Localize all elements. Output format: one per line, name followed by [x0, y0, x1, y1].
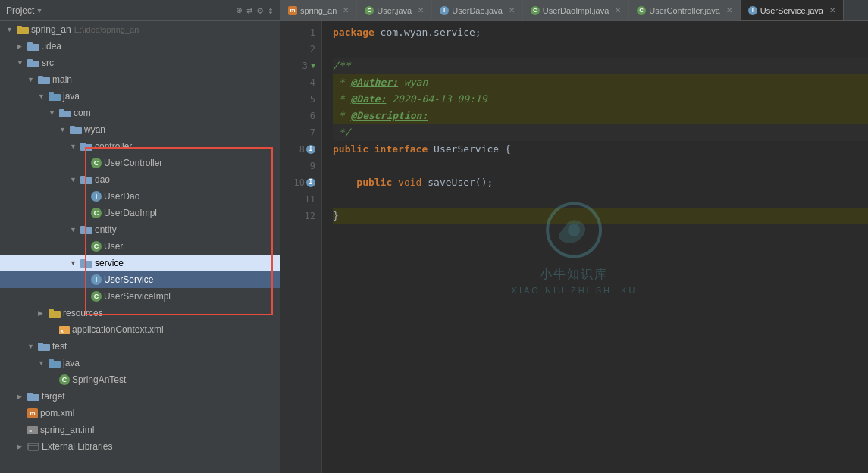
tree-item-entity[interactable]: ▼ entity — [0, 221, 280, 238]
project-dropdown-icon[interactable]: ▼ — [37, 7, 41, 14]
code-line-1: package com.wyan.service; — [333, 24, 868, 41]
tree-item-usercontroller[interactable]: C UserController — [0, 155, 280, 171]
tree-item-controller[interactable]: ▼ controller — [0, 138, 280, 155]
tree-item-target[interactable]: ▶ target — [0, 388, 280, 405]
tree-item-test[interactable]: ▼ test — [0, 338, 280, 355]
pom-icon: m — [27, 408, 38, 418]
code-editor-panel: 小牛知识库 XIAO NIU ZHI SHI KU 1 2 — [280, 21, 868, 473]
tree-item-extlibs[interactable]: ▶ External Libraries — [0, 438, 280, 455]
tree-item-main[interactable]: ▼ main — [0, 71, 280, 88]
tree-item-idea[interactable]: ▶ .idea — [0, 38, 280, 55]
class-icon-c2: C — [91, 208, 102, 218]
expand-icon[interactable]: ↕ — [268, 5, 274, 16]
tree-item-src[interactable]: ▼ src — [0, 55, 280, 71]
tree-label-main: main — [52, 74, 72, 85]
tree-item-springaniml[interactable]: ≡ spring_an.iml — [0, 421, 280, 438]
svg-rect-31 — [27, 393, 33, 396]
tree-item-pomxml[interactable]: m pom.xml — [0, 405, 280, 421]
folder-icon — [80, 142, 92, 151]
tree-label-java-test: java — [63, 358, 80, 368]
class-icon-c3: C — [91, 241, 102, 252]
line-num-9: 9 — [310, 158, 315, 174]
tab-bar: m spring_an ✕ C User.java ✕ I UserDao.ja… — [280, 0, 868, 20]
svg-rect-7 — [38, 76, 43, 79]
tree-label-test: test — [52, 341, 67, 352]
code-line-3: /** — [333, 58, 868, 74]
tree-item-user[interactable]: C User — [0, 238, 280, 255]
folder-java-icon — [49, 359, 61, 368]
arrow-down: ▼ — [70, 259, 80, 267]
tab-close[interactable]: ✕ — [615, 6, 621, 14]
header-actions: ⊕ ⇄ ⚙ ↕ — [237, 5, 274, 16]
code-line-6: * @Description: — [333, 108, 868, 124]
tree-item-dao[interactable]: ▼ dao — [0, 171, 280, 188]
tab-icon-m: m — [288, 6, 297, 15]
sync-icon[interactable]: ⇄ — [247, 5, 253, 16]
tree-item-service[interactable]: ▼ service — [0, 255, 280, 271]
line-num-7: 7 — [310, 124, 315, 141]
tree-label-resources: resources — [63, 308, 103, 318]
tree-item-userdaoimpl[interactable]: C UserDaoImpl — [0, 205, 280, 221]
tab-spring-an[interactable]: m spring_an ✕ — [280, 0, 357, 20]
line-num-10: 10 — [294, 174, 305, 191]
line-num-8: 8 — [299, 141, 305, 158]
tree-label-extlibs: External Libraries — [42, 441, 112, 452]
tree-label-wyan: wyan — [84, 124, 105, 135]
folder-icon — [27, 392, 39, 401]
tree-item-appcontext[interactable]: x applicationContext.xml — [0, 321, 280, 338]
tab-label: spring_an — [300, 6, 337, 15]
code-line-5: * @Date: 2020-04-13 09:19 — [333, 91, 868, 108]
line-num-11: 11 — [305, 191, 315, 208]
tree-item-userserviceimpl[interactable]: C UserServiceImpl — [0, 288, 280, 305]
tree-item-resources[interactable]: ▶ resources — [0, 305, 280, 321]
svg-text:≡: ≡ — [29, 428, 32, 434]
tab-user-java[interactable]: C User.java ✕ — [357, 0, 432, 20]
line-num-1: 1 — [310, 24, 315, 41]
add-icon[interactable]: ⊕ — [237, 5, 243, 16]
editor-content[interactable]: 1 2 3 ▼ 4 — [280, 21, 868, 473]
tree-item-root[interactable]: ▼ spring_an E:\idea\spring_an — [0, 21, 280, 38]
iml-icon: ≡ — [27, 425, 38, 434]
svg-rect-13 — [70, 126, 75, 129]
line-num-6: 6 — [310, 108, 315, 124]
tree-item-java-test[interactable]: ▼ java — [0, 355, 280, 371]
tab-userservice-java[interactable]: I UserService.java ✕ — [741, 0, 844, 20]
tab-close[interactable]: ✕ — [726, 6, 732, 14]
folder-java-icon — [49, 92, 61, 101]
tab-label: UserService.java — [760, 6, 823, 15]
tree-item-userdao[interactable]: I UserDao — [0, 188, 280, 205]
arrow-down: ▼ — [27, 343, 38, 350]
tab-userdao-java[interactable]: I UserDao.java ✕ — [432, 0, 523, 20]
arrow-down: ▼ — [38, 359, 49, 367]
tab-usercontroller-java[interactable]: C UserController.java ✕ — [629, 0, 741, 20]
tree-item-com[interactable]: ▼ com — [0, 105, 280, 121]
xml-icon: x — [59, 325, 70, 334]
arrow-down: ▼ — [38, 92, 49, 100]
tree-item-userservice[interactable]: I UserService — [0, 271, 280, 288]
code-lines[interactable]: package com.wyan.service; /** * @Auther:… — [322, 21, 868, 473]
code-line-12: } — [333, 208, 868, 224]
tab-close[interactable]: ✕ — [829, 6, 835, 14]
tab-close[interactable]: ✕ — [418, 6, 424, 14]
tab-label: UserDao.java — [452, 6, 503, 15]
tab-close[interactable]: ✕ — [509, 6, 515, 14]
tree-label-target: target — [42, 391, 65, 402]
tab-icon-i-active: I — [748, 6, 757, 15]
tree-item-springantest[interactable]: C SpringAnTest — [0, 371, 280, 388]
tab-userdaoimpl-java[interactable]: C UserDaoImpl.java ✕ — [523, 0, 629, 20]
arrow-down: ▼ — [70, 176, 80, 183]
svg-rect-21 — [80, 259, 86, 262]
tree-label-root: spring_an — [31, 24, 71, 35]
line-num-3: 3 — [302, 58, 308, 74]
tree-label-userserviceimpl: UserServiceImpl — [104, 291, 171, 302]
tree-item-wyan[interactable]: ▼ wyan — [0, 121, 280, 138]
tree-label-appcontext: applicationContext.xml — [72, 324, 164, 335]
tree-item-java[interactable]: ▼ java — [0, 88, 280, 105]
folder-icon — [38, 342, 50, 351]
tree-label-dao: dao — [95, 174, 110, 185]
svg-rect-34 — [28, 443, 39, 450]
code-line-10: public void saveUser(); — [333, 174, 868, 191]
gear-icon[interactable]: ⚙ — [257, 5, 263, 16]
tab-close[interactable]: ✕ — [343, 6, 349, 14]
tree-label-src: src — [42, 58, 54, 68]
